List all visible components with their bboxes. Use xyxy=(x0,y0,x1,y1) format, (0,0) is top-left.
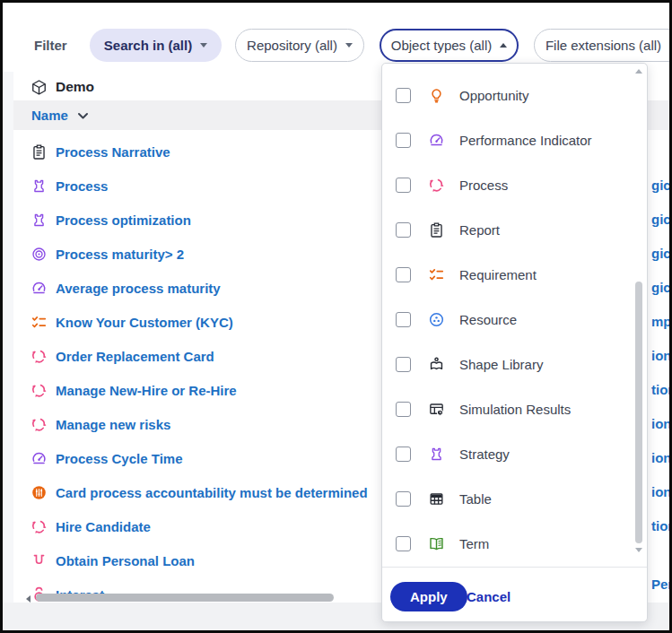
object-type-option[interactable]: Shape Library xyxy=(382,342,634,386)
checkbox[interactable] xyxy=(396,536,411,551)
cancel-button[interactable]: Cancel xyxy=(467,589,511,604)
list-item-link[interactable]: Card process accountability must be dete… xyxy=(56,485,368,500)
list-item-link[interactable]: Process Cycle Time xyxy=(56,451,182,466)
object-type-label: Opportunity xyxy=(459,88,529,103)
lightbulb-icon xyxy=(428,87,445,104)
rook-icon xyxy=(428,446,445,463)
object-type-label: Strategy xyxy=(459,447,510,462)
recycle-icon xyxy=(31,382,48,399)
pill-label: Object types (all) xyxy=(391,38,493,53)
apply-button[interactable]: Apply xyxy=(390,582,467,611)
object-type-option[interactable]: Performance Indicator xyxy=(382,117,634,162)
simulation-results-icon xyxy=(428,401,445,418)
clipboard-icon xyxy=(428,221,445,238)
file-extensions-filter-button[interactable]: File extensions (all) xyxy=(534,29,672,62)
occluded-link-text[interactable]: Perc xyxy=(651,577,672,592)
checkbox[interactable] xyxy=(396,178,411,193)
chevron-down-icon xyxy=(77,112,89,120)
occluded-link-text[interactable]: ion xyxy=(651,450,672,465)
object-type-option[interactable]: Term xyxy=(382,521,634,566)
checkbox[interactable] xyxy=(396,312,411,327)
object-type-option[interactable]: Requirement xyxy=(382,252,634,297)
recycle-icon xyxy=(31,518,48,535)
dropdown-footer: Apply Cancel xyxy=(382,567,647,621)
checkbox[interactable] xyxy=(396,133,411,148)
screen: Filter Search in (all) Repository (all) … xyxy=(0,0,672,633)
gauge-icon xyxy=(31,280,48,297)
list-item-link[interactable]: Hire Candidate xyxy=(56,519,151,534)
scroll-up-arrow-icon[interactable] xyxy=(635,69,642,74)
checklist-icon xyxy=(428,266,445,283)
object-type-label: Process xyxy=(459,178,508,193)
occluded-link-text[interactable]: gic P xyxy=(651,178,672,193)
repository-name: Demo xyxy=(56,79,94,95)
occluded-link-text[interactable]: ion xyxy=(651,416,672,431)
resource-icon xyxy=(428,311,445,328)
list-item-link[interactable]: Process xyxy=(56,178,108,194)
checkbox[interactable] xyxy=(396,447,411,462)
checkbox[interactable] xyxy=(396,491,411,507)
object-type-label: Term xyxy=(459,536,489,551)
filter-bar: Filter Search in (all) Repository (all) … xyxy=(3,3,669,72)
list-item-link[interactable]: Process maturity> 2 xyxy=(56,247,184,262)
chevron-up-icon xyxy=(500,43,507,48)
occluded-link-text[interactable]: tion xyxy=(651,382,672,397)
checkbox[interactable] xyxy=(396,357,411,372)
scrollbar-thumb[interactable] xyxy=(635,282,642,543)
recycle-icon xyxy=(428,177,445,194)
occluded-link-text[interactable]: ion xyxy=(651,348,672,363)
rook-icon xyxy=(31,212,48,229)
list-item-link[interactable]: Average process maturity xyxy=(56,281,221,296)
scrollbar-thumb[interactable] xyxy=(36,594,334,602)
column-header-label: Name xyxy=(31,108,68,123)
gauge-icon xyxy=(428,132,445,149)
list-item-link[interactable]: Process Narrative xyxy=(56,144,170,160)
checkbox[interactable] xyxy=(396,267,411,282)
object-type-label: Simulation Results xyxy=(459,402,571,417)
list-item-link[interactable]: Obtain Personal Loan xyxy=(56,553,195,568)
list-item-link[interactable]: Manage New-Hire or Re-Hire xyxy=(56,383,237,398)
checkbox[interactable] xyxy=(396,88,411,103)
table-icon xyxy=(428,490,445,507)
recycle-icon xyxy=(31,416,48,433)
object-type-option[interactable]: Table xyxy=(382,476,634,521)
search-in-filter-button[interactable]: Search in (all) xyxy=(90,29,222,62)
scroll-down-arrow-icon[interactable] xyxy=(635,548,642,552)
dropdown-scrollbar[interactable] xyxy=(633,64,645,567)
object-type-label: Requirement xyxy=(459,267,537,282)
object-type-option[interactable]: Strategy xyxy=(382,431,634,476)
occluded-link-text[interactable]: gic P xyxy=(651,246,672,261)
checkbox[interactable] xyxy=(396,222,411,238)
object-type-option[interactable]: Process xyxy=(382,162,634,207)
recycle-icon xyxy=(31,348,48,365)
occluded-link-text[interactable]: ion xyxy=(651,484,672,499)
sliders-circle-icon xyxy=(31,484,48,501)
object-type-label: Shape Library xyxy=(459,357,543,372)
object-types-filter-button[interactable]: Object types (all) xyxy=(380,29,519,62)
pill-label: Search in (all) xyxy=(104,38,192,53)
cube-icon xyxy=(31,79,48,96)
occluded-link-text[interactable]: mpl xyxy=(651,314,672,329)
object-type-option[interactable]: Resource xyxy=(382,297,634,342)
scroll-left-arrow-icon[interactable] xyxy=(26,595,31,603)
split-path-icon xyxy=(31,552,48,569)
object-type-option[interactable]: Report xyxy=(382,207,634,252)
chevron-down-icon xyxy=(345,43,353,48)
object-type-label: Report xyxy=(459,222,500,238)
occluded-link-text[interactable]: tion xyxy=(651,518,672,533)
page-margin xyxy=(3,72,13,630)
checklist-icon xyxy=(31,314,48,331)
checkbox[interactable] xyxy=(396,402,411,417)
repository-filter-button[interactable]: Repository (all) xyxy=(235,29,364,62)
object-type-option[interactable]: Opportunity xyxy=(382,73,634,117)
occluded-link-text[interactable]: gic P xyxy=(651,212,672,227)
list-item-link[interactable]: Order Replacement Card xyxy=(56,349,214,364)
pill-label: Repository (all) xyxy=(247,38,337,53)
object-type-option[interactable]: Simulation Results xyxy=(382,386,634,431)
occluded-link-text[interactable]: gic P xyxy=(651,280,672,295)
list-item-link[interactable]: Manage new risks xyxy=(56,417,170,432)
list-item-link[interactable]: Know Your Customer (KYC) xyxy=(56,315,233,330)
chevron-down-icon xyxy=(200,43,207,48)
repository-group-header: Demo xyxy=(13,74,94,100)
list-item-link[interactable]: Process optimization xyxy=(56,212,191,228)
